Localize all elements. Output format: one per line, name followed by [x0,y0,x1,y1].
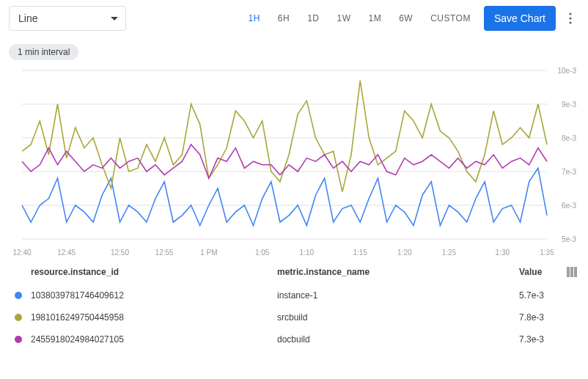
column-header-name[interactable]: metric.instance_name [277,267,519,277]
x-tick: 12:45 [57,249,76,257]
time-tab-1h[interactable]: 1H [240,9,267,28]
x-tick: 1:25 [442,249,456,257]
x-tick: 1 PM [200,249,217,257]
legend-id: 2455918024984027105 [28,334,277,345]
legend-table: resource.instance_id metric.instance_nam… [9,261,579,350]
chart-type-label: Line [18,12,111,24]
legend-value: 7.8e-3 [519,312,565,323]
legend-id: 1038039781746409612 [28,290,277,301]
save-chart-button[interactable]: Save Chart [484,6,556,31]
x-tick: 1:35 [540,249,554,257]
x-tick: 12:55 [155,249,174,257]
legend-row[interactable]: 1981016249750445958srcbuild7.8e-3 [9,306,579,328]
y-tick: 6e-3 [562,202,576,210]
legend-id: 1981016249750445958 [28,312,277,323]
interval-chip[interactable]: 1 min interval [9,44,78,60]
chart-type-select[interactable]: Line [9,6,126,31]
legend-name: srcbuild [277,312,519,323]
time-tab-1m[interactable]: 1M [361,9,389,28]
toolbar: Line 1H6H1D1W1M6WCUSTOM Save Chart [9,6,579,31]
x-tick: 1:30 [496,249,510,257]
series-color-dot [15,292,22,299]
column-header-id[interactable]: resource.instance_id [28,267,277,277]
time-tab-1w[interactable]: 1W [330,9,359,28]
y-tick: 10e-3 [557,67,576,75]
x-tick: 1:10 [300,249,314,257]
legend-value: 5.7e-3 [519,290,565,301]
x-tick: 12:40 [12,249,31,257]
x-tick: 1:05 [255,249,269,257]
chart: 5e-36e-37e-38e-39e-310e-312:4012:4512:50… [9,66,579,257]
svg-point-2 [569,21,571,23]
series-color-dot [15,336,22,343]
columns-icon[interactable] [565,267,579,277]
column-header-value[interactable]: Value [519,267,565,277]
y-tick: 8e-3 [562,134,576,142]
y-tick: 7e-3 [562,168,576,176]
time-range-tabs: 1H6H1D1W1M6WCUSTOM [240,9,477,28]
svg-rect-10 [570,267,573,277]
chevron-down-icon [111,17,118,21]
series-color-dot [15,314,22,321]
y-tick: 9e-3 [562,100,576,108]
svg-rect-11 [574,267,577,277]
legend-value: 7.3e-3 [519,334,565,345]
legend-name: docbuild [277,334,519,345]
more-icon[interactable] [562,6,579,31]
svg-point-1 [569,17,571,19]
svg-point-0 [569,12,571,15]
legend-name: instance-1 [277,290,519,301]
svg-rect-9 [567,267,570,277]
time-tab-6w[interactable]: 6W [392,9,420,28]
time-tab-1d[interactable]: 1D [300,9,326,28]
y-tick: 5e-3 [562,235,576,243]
legend-row[interactable]: 2455918024984027105docbuild7.3e-3 [9,328,579,350]
time-tab-custom[interactable]: CUSTOM [423,9,478,28]
time-tab-6h[interactable]: 6H [271,9,297,28]
legend-row[interactable]: 1038039781746409612instance-15.7e-3 [9,284,579,306]
x-tick: 12:50 [111,249,129,257]
x-tick: 1:15 [353,249,367,257]
x-tick: 1:20 [397,249,411,257]
